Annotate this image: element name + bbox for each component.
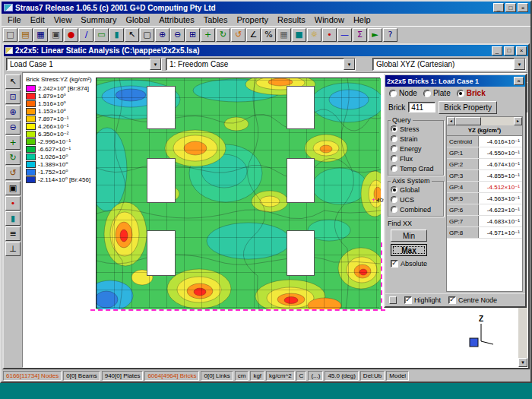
table-row[interactable]: GP:4 -4.512×10⁻¹ (447, 182, 522, 193)
query-option-temp-grad[interactable]: Temp Grad (391, 163, 441, 173)
wireframe-button[interactable]: ▦ (277, 28, 291, 42)
select-node-tool-button[interactable]: • (5, 196, 21, 211)
axis-option-combined[interactable]: Combined (391, 204, 441, 214)
table-row[interactable]: GP:3 -4.855×10⁻¹ (447, 170, 522, 182)
freedom-case-select[interactable]: 1: Freedom Case ▼ (166, 58, 356, 71)
doc-close-button[interactable]: × (516, 46, 527, 55)
minimize-button[interactable]: _ (493, 3, 504, 12)
zoom-box-tool-button[interactable]: ⊡ (5, 90, 21, 104)
table-row[interactable]: GP:6 -4.623×10⁻¹ (447, 204, 522, 216)
dropdown-arrow-icon[interactable]: ▼ (514, 59, 525, 70)
beam-attributes-button[interactable]: — (337, 28, 352, 42)
save-file-button[interactable]: ▦ (33, 28, 48, 42)
find-min-button[interactable]: Min (391, 230, 427, 242)
table-hscrollbar[interactable]: ◄ ► (447, 117, 522, 125)
close-button[interactable]: × (518, 3, 528, 12)
peek-tool-button[interactable]: ▣ (5, 181, 21, 195)
query-option-stress[interactable]: Stress (391, 124, 441, 134)
axes-tool-button[interactable]: ⊥ (5, 242, 21, 256)
show-plates-button[interactable]: ▭ (94, 28, 109, 42)
dynamic-rotate-button[interactable]: ↺ (231, 28, 245, 42)
zoom-in-button[interactable]: ⊕ (155, 28, 169, 42)
dropdown-arrow-icon[interactable]: ▼ (150, 59, 161, 70)
tab-plate[interactable]: Plate (423, 89, 451, 97)
query-option-energy[interactable]: Energy (391, 144, 441, 154)
contour-plot[interactable]: + 4093 (96, 78, 380, 309)
menu-item[interactable]: Window (310, 14, 349, 25)
redraw-tool-button[interactable]: ↺ (5, 166, 21, 180)
table-row[interactable]: GP:5 -4.563×10⁻¹ (447, 193, 522, 204)
open-file-button[interactable]: ▤ (18, 28, 33, 42)
zoom-out-tool-button[interactable]: ⊖ (5, 120, 21, 135)
table-row[interactable]: GP:1 -4.550×10⁻¹ (447, 147, 522, 159)
select-region-button[interactable]: ▢ (140, 28, 154, 42)
zoom-box-button[interactable]: ⊞ (185, 28, 200, 42)
scroll-down-icon[interactable]: ▼ (518, 358, 527, 367)
centre-node-checkbox[interactable]: ✓ Centre Node (448, 296, 497, 304)
panel-close-button[interactable]: × (514, 77, 524, 85)
maximize-button[interactable]: □ (505, 3, 516, 12)
measure-tool-button[interactable]: ≡ (5, 226, 21, 241)
highlight-checkbox[interactable]: ✓ Highlight (404, 296, 441, 304)
select-pointer-button[interactable]: ↖ (125, 28, 139, 42)
scale-view-button[interactable]: % (261, 28, 276, 42)
help-button[interactable]: ? (383, 28, 397, 42)
find-max-button[interactable]: Max (391, 244, 427, 256)
menu-item[interactable]: Results (273, 14, 310, 25)
query-option-flux[interactable]: Flux (391, 154, 441, 163)
zoom-out-button[interactable]: ⊖ (170, 28, 185, 42)
model-canvas[interactable]: Brick Stress:YZ (kg/cm²) 2.242×10⁰ [Br:8… (22, 72, 528, 368)
query-option-strain[interactable]: Strain (391, 134, 441, 144)
animate-button[interactable]: ► (368, 28, 382, 42)
select-brick-tool-button[interactable]: ▮ (5, 211, 21, 226)
menu-item[interactable]: Attributes (154, 14, 198, 25)
zoom-in-tool-button[interactable]: ⊕ (5, 105, 21, 119)
table-row[interactable]: GP:2 -4.674×10⁻¹ (447, 159, 522, 170)
scroll-left-icon[interactable]: ◄ (447, 117, 455, 125)
dropdown-arrow-icon[interactable]: ▼ (344, 59, 355, 70)
axis-option-global[interactable]: Global (391, 185, 441, 195)
coord-system-select[interactable]: Global XYZ (Cartesian) ▼ (372, 58, 526, 71)
scrollbar-thumb[interactable] (455, 117, 481, 125)
doc-title-bar[interactable]: 2x2x5: Linear Static Analysis (C:\pappee… (4, 45, 528, 56)
brick-property-button[interactable]: Brick Property (439, 101, 497, 114)
doc-minimize-button[interactable]: _ (492, 46, 502, 55)
pointer-tool-button[interactable]: ↖ (5, 74, 21, 89)
menu-item[interactable]: File (3, 14, 26, 25)
table-row[interactable]: GP:7 -4.683×10⁻¹ (447, 216, 522, 227)
tab-node[interactable]: Node (389, 89, 417, 97)
doc-restore-button[interactable]: □ (504, 46, 515, 55)
light-shading-button[interactable]: ☼ (307, 28, 321, 42)
table-row[interactable]: Centroid -4.616×10⁻¹ (447, 136, 522, 147)
menu-item[interactable]: Property (232, 14, 273, 25)
axis-option-ucs[interactable]: UCS (391, 195, 441, 204)
toolbar-glyph-icon: ∠ (250, 30, 258, 39)
show-nodes-button[interactable]: ● (64, 28, 78, 42)
results-button[interactable]: Σ (353, 28, 367, 42)
pan-tool-button[interactable]: + (5, 135, 21, 150)
pan-button[interactable]: + (201, 28, 215, 42)
tab-brick[interactable]: Brick (457, 89, 486, 97)
menu-item[interactable]: Summary (76, 14, 121, 25)
show-beams-button[interactable]: / (79, 28, 93, 42)
menu-item[interactable]: View (49, 14, 77, 25)
show-bricks-button[interactable]: ▮ (109, 28, 124, 42)
panel-title-bar[interactable]: 2x2x5 Bricks 1: Load Case 1 × (385, 75, 525, 87)
redraw-button[interactable]: ↻ (216, 28, 230, 42)
new-file-button[interactable]: □ (3, 28, 17, 42)
menu-item[interactable]: Edit (26, 14, 49, 25)
scroll-right-icon[interactable]: ► (514, 117, 522, 125)
node-attributes-button[interactable]: • (322, 28, 337, 42)
view-angle-button[interactable]: ∠ (246, 28, 261, 42)
title-bar[interactable]: Straus7 Release 1.06.5 (c) 2001 G+D Comp… (2, 2, 530, 14)
print-button[interactable]: ▣ (49, 28, 63, 42)
absolute-checkbox[interactable]: ✓ Absolute (391, 260, 444, 268)
solid-view-button[interactable]: ■ (292, 28, 306, 42)
rotate-tool-button[interactable]: ↻ (5, 150, 21, 165)
table-row[interactable]: GP:8 -4.571×10⁻¹ (447, 227, 522, 239)
load-case-select[interactable]: Load Case 1 ▼ (6, 58, 162, 71)
menu-item[interactable]: Tables (199, 14, 233, 25)
brick-id-input[interactable]: 411 (408, 102, 435, 112)
menu-item[interactable]: Global (121, 14, 154, 25)
menu-item[interactable]: Help (349, 14, 375, 25)
